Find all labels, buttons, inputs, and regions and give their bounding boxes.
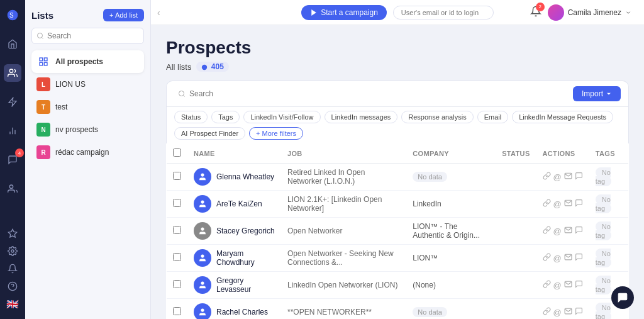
chat-icon[interactable] [575, 226, 583, 236]
no-tag-badge[interactable]: No tag [596, 194, 611, 213]
link-icon[interactable] [543, 253, 551, 263]
svg-point-22 [201, 282, 204, 285]
no-tag-badge[interactable]: No tag [596, 276, 611, 294]
chart-icon[interactable] [4, 122, 21, 140]
prospect-name[interactable]: Stacey Gregorich [216, 227, 275, 235]
sidebar-item-nv[interactable]: N nv prospects [31, 118, 144, 141]
prospect-name[interactable]: Maryam Chowdhury [216, 249, 275, 267]
email-icon[interactable] [564, 307, 572, 317]
filter-tab-ai-prospect-finder[interactable]: AI Prospect Finder [174, 127, 245, 140]
prospect-avatar [194, 249, 211, 267]
bell-icon[interactable] [4, 260, 21, 277]
table-search-input[interactable] [174, 87, 300, 101]
at-icon[interactable]: @ [553, 254, 562, 263]
login-input[interactable] [393, 6, 494, 20]
action-icons: @ [543, 226, 583, 236]
logo-icon[interactable]: S [4, 6, 21, 24]
filter-tab-linkedin-message-requests[interactable]: LinkedIn Message Requests [512, 111, 613, 123]
flag-icon[interactable]: 🇬🇧 [4, 295, 21, 313]
user-area[interactable]: Camila Jimenez [548, 4, 631, 21]
at-icon[interactable]: @ [553, 308, 562, 317]
sidebar-item-all[interactable]: All prospects [31, 50, 144, 73]
no-data-badge: No data [413, 307, 447, 317]
at-icon[interactable]: @ [553, 199, 562, 209]
message-icon[interactable]: 4 [4, 151, 21, 169]
svg-rect-13 [44, 58, 47, 61]
users-icon[interactable] [4, 64, 21, 82]
chat-icon[interactable] [575, 307, 583, 317]
prospect-company: (None) [406, 272, 496, 299]
sidebar-search-input[interactable] [31, 28, 144, 44]
chat-bubble[interactable] [611, 286, 634, 309]
prospect-job: LinkedIn Open Networker (LION) [281, 272, 406, 299]
select-all-checkbox[interactable] [173, 148, 181, 157]
no-tag-badge[interactable]: No tag [596, 249, 611, 267]
filter-tab-status[interactable]: Status [174, 111, 208, 123]
email-icon[interactable] [564, 172, 572, 182]
more-filters-button[interactable]: + More filters [249, 127, 303, 140]
prospect-company: LION™ [406, 245, 496, 272]
name-cell: AreTe KaiZen [194, 195, 275, 213]
filter-tab-email[interactable]: Email [477, 111, 509, 123]
svg-point-18 [201, 174, 204, 177]
help-icon[interactable] [4, 277, 21, 295]
svg-marker-16 [312, 9, 316, 15]
filter-tab-linkedin-messages[interactable]: LinkedIn messages [325, 111, 398, 123]
filter-tab-tags[interactable]: Tags [211, 111, 240, 123]
notification-icon[interactable]: 2 [530, 6, 541, 20]
notif-badge: 2 [536, 3, 545, 11]
at-icon[interactable]: @ [553, 172, 562, 182]
start-campaign-button[interactable]: Start a campaign [301, 5, 387, 20]
prospect-job: Open Networker [281, 218, 406, 245]
svg-rect-15 [44, 62, 47, 65]
link-icon[interactable] [543, 226, 551, 236]
chat-icon[interactable] [575, 199, 583, 209]
topbar: ‹ Start a campaign 2 Camila Jimenez [151, 0, 644, 25]
at-icon[interactable]: @ [553, 227, 562, 236]
no-tag-badge[interactable]: No tag [596, 303, 611, 319]
email-icon[interactable] [564, 226, 572, 236]
link-icon[interactable] [543, 280, 551, 290]
row-checkbox[interactable] [173, 226, 181, 234]
row-checkbox[interactable] [173, 253, 181, 261]
email-icon[interactable] [564, 280, 572, 290]
crown-icon[interactable] [4, 225, 21, 242]
table-row: Glenna Wheatley Retired Linked In Open N… [167, 164, 629, 191]
sidebar-item-redac[interactable]: R rédac campaign [31, 141, 144, 164]
row-checkbox[interactable] [173, 280, 181, 288]
search-filter-row: Import [167, 81, 628, 107]
prospect-name[interactable]: Glenna Wheatley [216, 172, 274, 181]
icon-bar: S 4 🇬🇧 [0, 0, 25, 319]
chat-icon[interactable] [575, 172, 583, 182]
add-list-button[interactable]: + Add list [103, 9, 144, 21]
email-icon[interactable] [564, 199, 572, 209]
link-icon[interactable] [543, 172, 551, 182]
prospect-job: **OPEN NETWORKER** [281, 299, 406, 320]
prospect-name[interactable]: Gregory Levasseur [216, 276, 275, 294]
sidebar-item-test[interactable]: T test [31, 96, 144, 118]
back-icon[interactable]: ‹ [157, 8, 160, 18]
row-checkbox[interactable] [173, 172, 181, 180]
no-tag-badge[interactable]: No tag [596, 167, 611, 186]
home-icon[interactable] [4, 35, 21, 53]
sidebar-header: Lists + Add list [31, 9, 144, 21]
filter-tab-response-analysis[interactable]: Response analysis [401, 111, 473, 123]
sidebar-item-lion[interactable]: L LION US [31, 73, 144, 96]
row-checkbox[interactable] [173, 307, 181, 315]
no-tag-badge[interactable]: No tag [596, 221, 611, 240]
lightning-icon[interactable] [4, 93, 21, 111]
chat-icon[interactable] [575, 253, 583, 263]
import-button[interactable]: Import [573, 86, 621, 101]
chat-icon[interactable] [575, 280, 583, 290]
prospect-name[interactable]: Rachel Charles [216, 308, 268, 316]
link-icon[interactable] [543, 199, 551, 209]
link-icon[interactable] [543, 307, 551, 317]
gear-icon[interactable] [4, 242, 21, 260]
prospect-name[interactable]: AreTe KaiZen [216, 199, 262, 208]
filter-tab-linkedin-visit/follow[interactable]: LinkedIn Visit/Follow [243, 111, 320, 123]
email-icon[interactable] [564, 253, 572, 263]
at-icon[interactable]: @ [553, 281, 562, 290]
row-checkbox[interactable] [173, 199, 181, 207]
action-icons: @ [543, 172, 583, 182]
group-icon[interactable] [4, 180, 21, 198]
